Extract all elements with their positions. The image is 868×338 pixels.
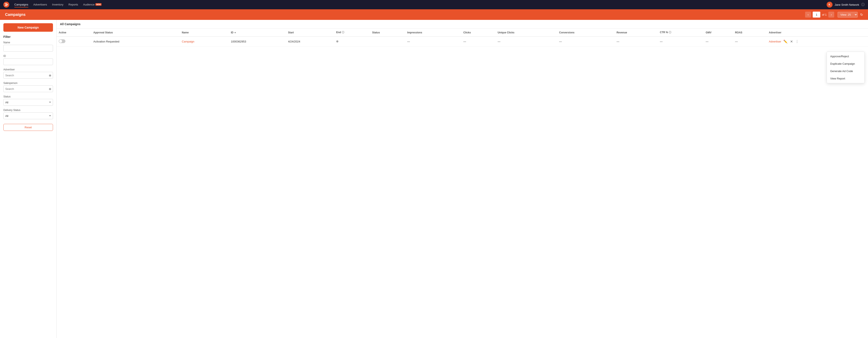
filter-salesperson-label: Salesperson: [3, 82, 53, 85]
active-toggle[interactable]: [59, 39, 65, 43]
cell-approval-status: Activation Requested: [91, 36, 180, 47]
filter-salesperson-wrapper: ◉: [3, 85, 53, 92]
nav-audience[interactable]: Audience NEW: [83, 2, 101, 7]
status-dot: [336, 40, 338, 43]
approve-reject-item[interactable]: Approve/Reject: [827, 53, 864, 60]
cell-ctr: —: [658, 36, 704, 47]
page-of-label: of 1: [822, 13, 827, 16]
cell-end: [334, 36, 370, 47]
nav-links: Campaigns Advertisers Inventory Reports …: [14, 2, 822, 7]
filter-delivery-section: Delivery Status All On Track Behind: [3, 109, 53, 119]
col-clicks: Clicks: [461, 29, 495, 36]
cell-active: [57, 36, 91, 47]
user-name: Jane Smith Network: [835, 3, 859, 6]
content-area: All Campaigns Active Approval Status Nam…: [57, 20, 868, 338]
cell-name: Campaign: [180, 36, 228, 47]
col-conversions: Conversions: [557, 29, 615, 36]
ctr-info-icon[interactable]: ⓘ: [669, 31, 671, 34]
advertiser-link[interactable]: Advertiser: [769, 40, 781, 43]
filter-id-input[interactable]: [3, 58, 53, 65]
nav-advertisers[interactable]: Advertisers: [33, 2, 47, 7]
app-logo[interactable]: [3, 2, 9, 8]
col-approval-status: Approval Status: [91, 29, 180, 36]
filter-status-select[interactable]: All Active Inactive: [3, 99, 53, 106]
main-layout: New Campaign Filter Name ID Advertiser ◉…: [0, 20, 868, 338]
nav-campaigns[interactable]: Campaigns: [14, 2, 28, 7]
col-status: Status: [370, 29, 405, 36]
table-header: Active Approval Status Name ID ▼ Start E…: [57, 29, 868, 36]
nav-reports[interactable]: Reports: [68, 2, 78, 7]
prev-page-button[interactable]: ‹: [805, 11, 811, 18]
col-end: End ⓘ: [334, 29, 370, 36]
col-gmv: GMV: [704, 29, 733, 36]
filter-salesperson-section: Salesperson ◉: [3, 82, 53, 92]
salesperson-clear-icon[interactable]: ◉: [49, 87, 51, 90]
view-per-page-select[interactable]: View: 25 View: 50 View: 100: [838, 12, 858, 18]
new-campaign-button[interactable]: New Campaign: [3, 23, 53, 32]
col-id[interactable]: ID ▼: [229, 29, 286, 36]
generate-ad-code-item[interactable]: Generate Ad Code: [827, 67, 864, 75]
table-row: Activation Requested Campaign 1000362953…: [57, 36, 868, 47]
more-options-button[interactable]: ⋮: [795, 39, 799, 44]
filter-salesperson-input[interactable]: [3, 85, 53, 92]
cell-status: [370, 36, 405, 47]
next-page-button[interactable]: ›: [828, 11, 834, 18]
duplicate-campaign-item[interactable]: Duplicate Campaign: [827, 60, 864, 67]
table-body: Activation Requested Campaign 1000362953…: [57, 36, 868, 47]
help-icon[interactable]: ⓘ: [861, 3, 865, 7]
filter-id-section: ID: [3, 55, 53, 65]
header-bar: Campaigns ‹ of 1 › View: 25 View: 50 Vie…: [0, 9, 868, 20]
pagination-controls: ‹ of 1 › View: 25 View: 50 View: 100 ↻: [805, 11, 863, 18]
page-number-input[interactable]: [813, 11, 820, 18]
user-avatar: K: [827, 2, 833, 8]
context-dropdown-menu: Approve/Reject Duplicate Campaign Genera…: [827, 52, 865, 83]
col-advertiser: Advertiser: [767, 29, 868, 36]
filter-advertiser-input[interactable]: [3, 72, 53, 79]
view-report-item[interactable]: View Report: [827, 75, 864, 82]
col-revenue: Revenue: [615, 29, 658, 36]
filter-delivery-label: Delivery Status: [3, 109, 53, 112]
row-actions: Advertiser ✏️ ✕ ⋮: [769, 39, 866, 44]
filter-status-section: Status All Active Inactive: [3, 95, 53, 106]
cell-impressions: —: [405, 36, 461, 47]
edit-button[interactable]: ✏️: [783, 39, 788, 44]
cell-id: 1000362953: [229, 36, 286, 47]
filter-name-label: Name: [3, 41, 53, 44]
top-navigation: Campaigns Advertisers Inventory Reports …: [0, 0, 868, 9]
col-start: Start: [286, 29, 334, 36]
filter-delivery-select[interactable]: All On Track Behind: [3, 112, 53, 119]
col-roas: ROAS: [733, 29, 767, 36]
cell-gmv: —: [704, 36, 733, 47]
campaigns-table: Active Approval Status Name ID ▼ Start E…: [57, 29, 868, 47]
nav-inventory[interactable]: Inventory: [52, 2, 63, 7]
filter-advertiser-section: Advertiser ◉: [3, 68, 53, 79]
filter-title: Filter: [3, 35, 53, 38]
sidebar-filter: New Campaign Filter Name ID Advertiser ◉…: [0, 20, 57, 338]
delete-button[interactable]: ✕: [790, 39, 793, 44]
col-impressions: Impressions: [405, 29, 461, 36]
col-unique-clicks: Unique Clicks: [495, 29, 557, 36]
cell-advertiser: Advertiser ✏️ ✕ ⋮: [767, 36, 868, 47]
cell-revenue: —: [615, 36, 658, 47]
advertiser-clear-icon[interactable]: ◉: [49, 74, 51, 77]
cell-unique-clicks: —: [495, 36, 557, 47]
col-ctr: CTR % ⓘ: [658, 29, 704, 36]
all-campaigns-header: All Campaigns: [57, 20, 868, 29]
filter-status-label: Status: [3, 95, 53, 98]
end-info-icon[interactable]: ⓘ: [342, 31, 344, 34]
filter-name-section: Name: [3, 41, 53, 52]
cell-clicks: —: [461, 36, 495, 47]
id-sort-icon: ▼: [234, 31, 236, 34]
col-name: Name: [180, 29, 228, 36]
cell-conversions: —: [557, 36, 615, 47]
page-title: Campaigns: [5, 12, 805, 17]
filter-advertiser-wrapper: ◉: [3, 72, 53, 79]
filter-advertiser-label: Advertiser: [3, 68, 53, 71]
refresh-button[interactable]: ↻: [860, 13, 863, 17]
reset-filter-button[interactable]: Reset: [3, 124, 53, 131]
nav-right: K Jane Smith Network ⓘ: [827, 2, 865, 8]
filter-id-label: ID: [3, 55, 53, 57]
campaign-link[interactable]: Campaign: [182, 40, 194, 43]
cell-roas: —: [733, 36, 767, 47]
filter-name-input[interactable]: [3, 45, 53, 52]
